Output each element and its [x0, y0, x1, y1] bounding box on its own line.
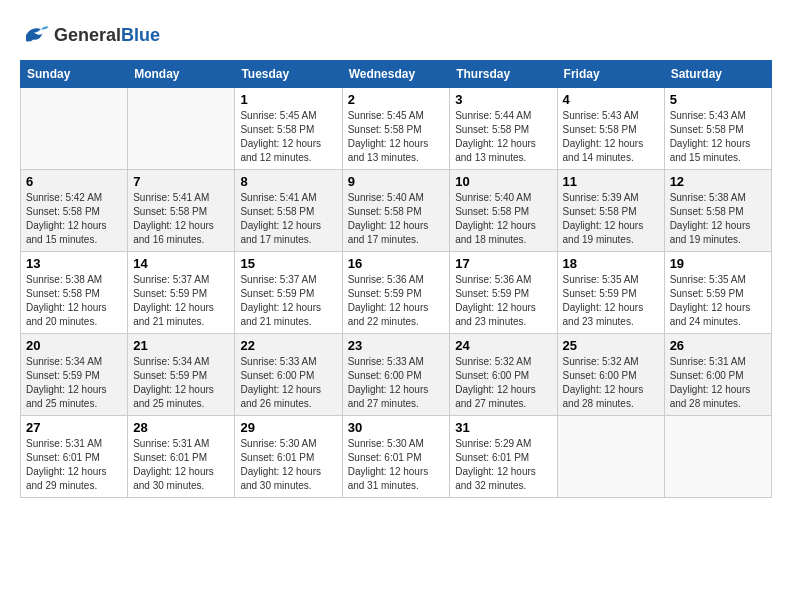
calendar-cell: 27Sunrise: 5:31 AMSunset: 6:01 PMDayligh… — [21, 416, 128, 498]
calendar-cell: 25Sunrise: 5:32 AMSunset: 6:00 PMDayligh… — [557, 334, 664, 416]
day-info: Sunrise: 5:40 AMSunset: 5:58 PMDaylight:… — [455, 191, 551, 247]
day-number: 19 — [670, 256, 766, 271]
day-info: Sunrise: 5:34 AMSunset: 5:59 PMDaylight:… — [26, 355, 122, 411]
day-number: 14 — [133, 256, 229, 271]
day-number: 26 — [670, 338, 766, 353]
weekday-header-thursday: Thursday — [450, 61, 557, 88]
calendar-cell — [128, 88, 235, 170]
calendar-cell: 5Sunrise: 5:43 AMSunset: 5:58 PMDaylight… — [664, 88, 771, 170]
day-info: Sunrise: 5:32 AMSunset: 6:00 PMDaylight:… — [563, 355, 659, 411]
day-number: 12 — [670, 174, 766, 189]
day-info: Sunrise: 5:41 AMSunset: 5:58 PMDaylight:… — [133, 191, 229, 247]
day-number: 11 — [563, 174, 659, 189]
day-number: 6 — [26, 174, 122, 189]
weekday-header-wednesday: Wednesday — [342, 61, 450, 88]
calendar-cell: 7Sunrise: 5:41 AMSunset: 5:58 PMDaylight… — [128, 170, 235, 252]
day-info: Sunrise: 5:33 AMSunset: 6:00 PMDaylight:… — [240, 355, 336, 411]
day-number: 5 — [670, 92, 766, 107]
calendar-cell: 15Sunrise: 5:37 AMSunset: 5:59 PMDayligh… — [235, 252, 342, 334]
day-info: Sunrise: 5:42 AMSunset: 5:58 PMDaylight:… — [26, 191, 122, 247]
calendar-cell: 20Sunrise: 5:34 AMSunset: 5:59 PMDayligh… — [21, 334, 128, 416]
day-info: Sunrise: 5:39 AMSunset: 5:58 PMDaylight:… — [563, 191, 659, 247]
calendar-week-row: 20Sunrise: 5:34 AMSunset: 5:59 PMDayligh… — [21, 334, 772, 416]
calendar-cell: 26Sunrise: 5:31 AMSunset: 6:00 PMDayligh… — [664, 334, 771, 416]
day-info: Sunrise: 5:43 AMSunset: 5:58 PMDaylight:… — [563, 109, 659, 165]
day-number: 31 — [455, 420, 551, 435]
day-info: Sunrise: 5:38 AMSunset: 5:58 PMDaylight:… — [670, 191, 766, 247]
logo: GeneralBlue — [20, 20, 160, 50]
day-info: Sunrise: 5:37 AMSunset: 5:59 PMDaylight:… — [240, 273, 336, 329]
calendar-cell: 18Sunrise: 5:35 AMSunset: 5:59 PMDayligh… — [557, 252, 664, 334]
calendar-cell: 28Sunrise: 5:31 AMSunset: 6:01 PMDayligh… — [128, 416, 235, 498]
day-number: 30 — [348, 420, 445, 435]
day-number: 22 — [240, 338, 336, 353]
calendar-cell — [557, 416, 664, 498]
weekday-header-tuesday: Tuesday — [235, 61, 342, 88]
calendar-cell: 19Sunrise: 5:35 AMSunset: 5:59 PMDayligh… — [664, 252, 771, 334]
calendar-cell: 12Sunrise: 5:38 AMSunset: 5:58 PMDayligh… — [664, 170, 771, 252]
day-info: Sunrise: 5:45 AMSunset: 5:58 PMDaylight:… — [348, 109, 445, 165]
day-info: Sunrise: 5:30 AMSunset: 6:01 PMDaylight:… — [240, 437, 336, 493]
calendar-table: SundayMondayTuesdayWednesdayThursdayFrid… — [20, 60, 772, 498]
day-number: 18 — [563, 256, 659, 271]
day-number: 9 — [348, 174, 445, 189]
day-number: 15 — [240, 256, 336, 271]
weekday-header-sunday: Sunday — [21, 61, 128, 88]
day-number: 8 — [240, 174, 336, 189]
weekday-header-monday: Monday — [128, 61, 235, 88]
calendar-header-row: SundayMondayTuesdayWednesdayThursdayFrid… — [21, 61, 772, 88]
day-info: Sunrise: 5:41 AMSunset: 5:58 PMDaylight:… — [240, 191, 336, 247]
weekday-header-saturday: Saturday — [664, 61, 771, 88]
calendar-cell — [664, 416, 771, 498]
calendar-cell: 21Sunrise: 5:34 AMSunset: 5:59 PMDayligh… — [128, 334, 235, 416]
calendar-cell: 9Sunrise: 5:40 AMSunset: 5:58 PMDaylight… — [342, 170, 450, 252]
day-number: 17 — [455, 256, 551, 271]
day-info: Sunrise: 5:32 AMSunset: 6:00 PMDaylight:… — [455, 355, 551, 411]
calendar-cell: 13Sunrise: 5:38 AMSunset: 5:58 PMDayligh… — [21, 252, 128, 334]
calendar-week-row: 6Sunrise: 5:42 AMSunset: 5:58 PMDaylight… — [21, 170, 772, 252]
page-header: GeneralBlue — [20, 20, 772, 50]
day-info: Sunrise: 5:38 AMSunset: 5:58 PMDaylight:… — [26, 273, 122, 329]
weekday-header-friday: Friday — [557, 61, 664, 88]
day-info: Sunrise: 5:35 AMSunset: 5:59 PMDaylight:… — [670, 273, 766, 329]
day-number: 10 — [455, 174, 551, 189]
day-number: 21 — [133, 338, 229, 353]
day-info: Sunrise: 5:33 AMSunset: 6:00 PMDaylight:… — [348, 355, 445, 411]
day-number: 23 — [348, 338, 445, 353]
day-number: 4 — [563, 92, 659, 107]
day-info: Sunrise: 5:44 AMSunset: 5:58 PMDaylight:… — [455, 109, 551, 165]
calendar-cell — [21, 88, 128, 170]
day-info: Sunrise: 5:40 AMSunset: 5:58 PMDaylight:… — [348, 191, 445, 247]
day-number: 2 — [348, 92, 445, 107]
day-info: Sunrise: 5:45 AMSunset: 5:58 PMDaylight:… — [240, 109, 336, 165]
day-info: Sunrise: 5:31 AMSunset: 6:01 PMDaylight:… — [26, 437, 122, 493]
calendar-cell: 2Sunrise: 5:45 AMSunset: 5:58 PMDaylight… — [342, 88, 450, 170]
day-number: 7 — [133, 174, 229, 189]
logo-icon — [20, 20, 50, 50]
day-info: Sunrise: 5:30 AMSunset: 6:01 PMDaylight:… — [348, 437, 445, 493]
calendar-cell: 6Sunrise: 5:42 AMSunset: 5:58 PMDaylight… — [21, 170, 128, 252]
calendar-cell: 3Sunrise: 5:44 AMSunset: 5:58 PMDaylight… — [450, 88, 557, 170]
calendar-cell: 4Sunrise: 5:43 AMSunset: 5:58 PMDaylight… — [557, 88, 664, 170]
day-info: Sunrise: 5:35 AMSunset: 5:59 PMDaylight:… — [563, 273, 659, 329]
day-info: Sunrise: 5:36 AMSunset: 5:59 PMDaylight:… — [348, 273, 445, 329]
calendar-cell: 1Sunrise: 5:45 AMSunset: 5:58 PMDaylight… — [235, 88, 342, 170]
calendar-week-row: 27Sunrise: 5:31 AMSunset: 6:01 PMDayligh… — [21, 416, 772, 498]
day-number: 24 — [455, 338, 551, 353]
day-number: 1 — [240, 92, 336, 107]
calendar-cell: 30Sunrise: 5:30 AMSunset: 6:01 PMDayligh… — [342, 416, 450, 498]
day-number: 28 — [133, 420, 229, 435]
calendar-week-row: 1Sunrise: 5:45 AMSunset: 5:58 PMDaylight… — [21, 88, 772, 170]
calendar-cell: 16Sunrise: 5:36 AMSunset: 5:59 PMDayligh… — [342, 252, 450, 334]
day-number: 3 — [455, 92, 551, 107]
day-info: Sunrise: 5:31 AMSunset: 6:01 PMDaylight:… — [133, 437, 229, 493]
day-number: 13 — [26, 256, 122, 271]
day-info: Sunrise: 5:34 AMSunset: 5:59 PMDaylight:… — [133, 355, 229, 411]
calendar-cell: 24Sunrise: 5:32 AMSunset: 6:00 PMDayligh… — [450, 334, 557, 416]
calendar-cell: 17Sunrise: 5:36 AMSunset: 5:59 PMDayligh… — [450, 252, 557, 334]
day-number: 29 — [240, 420, 336, 435]
day-info: Sunrise: 5:37 AMSunset: 5:59 PMDaylight:… — [133, 273, 229, 329]
calendar-cell: 10Sunrise: 5:40 AMSunset: 5:58 PMDayligh… — [450, 170, 557, 252]
day-info: Sunrise: 5:31 AMSunset: 6:00 PMDaylight:… — [670, 355, 766, 411]
calendar-week-row: 13Sunrise: 5:38 AMSunset: 5:58 PMDayligh… — [21, 252, 772, 334]
